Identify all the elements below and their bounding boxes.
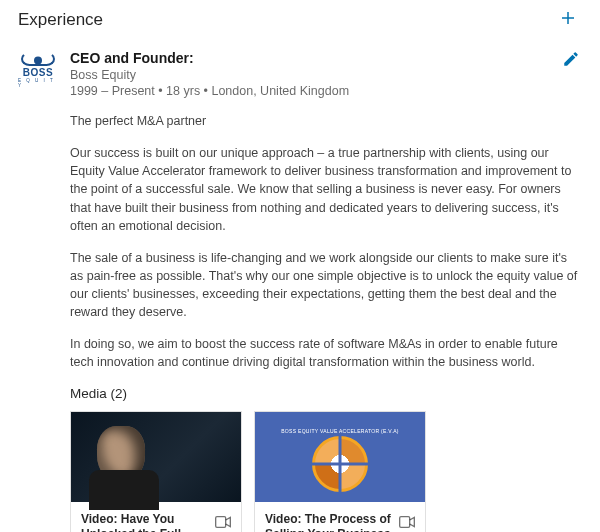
media-title: Video: The Process of Selling Your Busin…: [265, 512, 393, 533]
media-card[interactable]: BOSS EQUITY VALUE ACCELERATOR (E.V.A) Vi…: [254, 411, 426, 533]
add-experience-button[interactable]: [556, 8, 580, 32]
company-name: Boss Equity: [70, 68, 349, 82]
media-title: Video: Have You Unlocked the Full Equity…: [81, 512, 209, 533]
experience-entry: BOSS E Q U I T Y CEO and Founder: Boss E…: [18, 50, 580, 532]
media-thumbnail: [71, 412, 241, 502]
logo-text: BOSS: [23, 68, 53, 78]
logo-mark: [21, 52, 55, 66]
description-paragraph: In doing so, we aim to boost the success…: [70, 335, 580, 371]
video-icon: [215, 514, 231, 532]
description-paragraph: The perfect M&A partner: [70, 112, 580, 130]
media-thumbnail: BOSS EQUITY VALUE ACCELERATOR (E.V.A): [255, 412, 425, 502]
description-paragraph: The sale of a business is life-changing …: [70, 249, 580, 322]
pencil-icon: [562, 54, 580, 71]
description-paragraph: Our success is built on our unique appro…: [70, 144, 580, 235]
media-card[interactable]: Video: Have You Unlocked the Full Equity…: [70, 411, 242, 533]
job-description: The perfect M&A partner Our success is b…: [70, 112, 580, 372]
media-header: Media (2): [70, 386, 580, 401]
dates-location: 1999 – Present • 18 yrs • London, United…: [70, 84, 349, 98]
video-icon: [399, 514, 415, 532]
company-logo[interactable]: BOSS E Q U I T Y: [18, 50, 58, 532]
section-title: Experience: [18, 10, 103, 30]
svg-rect-2: [216, 516, 226, 527]
job-title: CEO and Founder:: [70, 50, 349, 66]
svg-rect-3: [400, 516, 410, 527]
plus-icon: [559, 9, 577, 31]
logo-subtext: E Q U I T Y: [18, 79, 58, 88]
edit-experience-button[interactable]: [562, 50, 580, 72]
